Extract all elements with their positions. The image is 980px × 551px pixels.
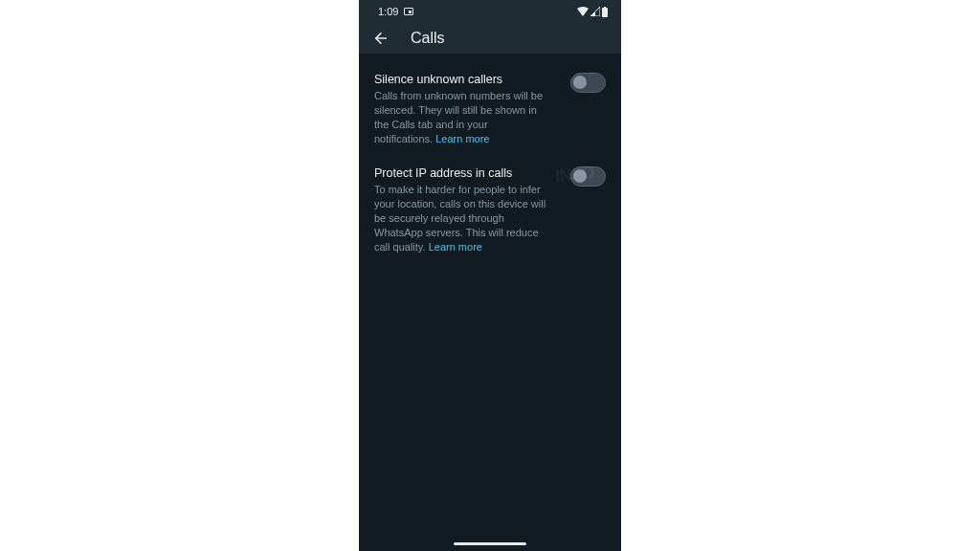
setting-title: Protect IP address in calls — [374, 166, 546, 180]
setting-title: Silence unknown callers — [374, 73, 546, 86]
learn-more-link[interactable]: Learn more — [429, 241, 482, 253]
status-left: 1:09 — [378, 6, 413, 17]
status-time: 1:09 — [378, 6, 398, 17]
notification-icon — [404, 8, 413, 15]
toggle-silence-unknown[interactable] — [570, 73, 606, 93]
home-indicator[interactable] — [454, 542, 526, 545]
settings-list: Silence unknown callers Calls from unkno… — [359, 54, 621, 266]
svg-rect-0 — [604, 7, 606, 8]
signal-icon — [590, 7, 600, 16]
setting-description: Calls from unknown numbers will be silen… — [374, 89, 546, 145]
page-title: Calls — [411, 30, 445, 47]
wifi-icon — [577, 7, 589, 16]
back-icon[interactable] — [372, 30, 390, 47]
setting-protect-ip[interactable]: Protect IP address in calls To make it h… — [374, 157, 606, 265]
toggle-protect-ip[interactable] — [570, 166, 606, 187]
setting-text: Silence unknown callers Calls from unkno… — [374, 73, 546, 145]
learn-more-link[interactable]: Learn more — [435, 133, 489, 144]
phone-screen: 1:09 Calls Silence unknown callers Calls… — [359, 0, 621, 551]
setting-description: To make it harder for people to infer yo… — [374, 183, 546, 253]
status-right — [577, 7, 608, 17]
svg-rect-1 — [602, 8, 608, 17]
status-bar: 1:09 — [359, 0, 621, 23]
setting-text: Protect IP address in calls To make it h… — [374, 166, 546, 253]
setting-silence-unknown[interactable]: Silence unknown callers Calls from unkno… — [374, 63, 606, 157]
battery-icon — [602, 7, 608, 17]
app-bar: Calls — [359, 23, 621, 54]
